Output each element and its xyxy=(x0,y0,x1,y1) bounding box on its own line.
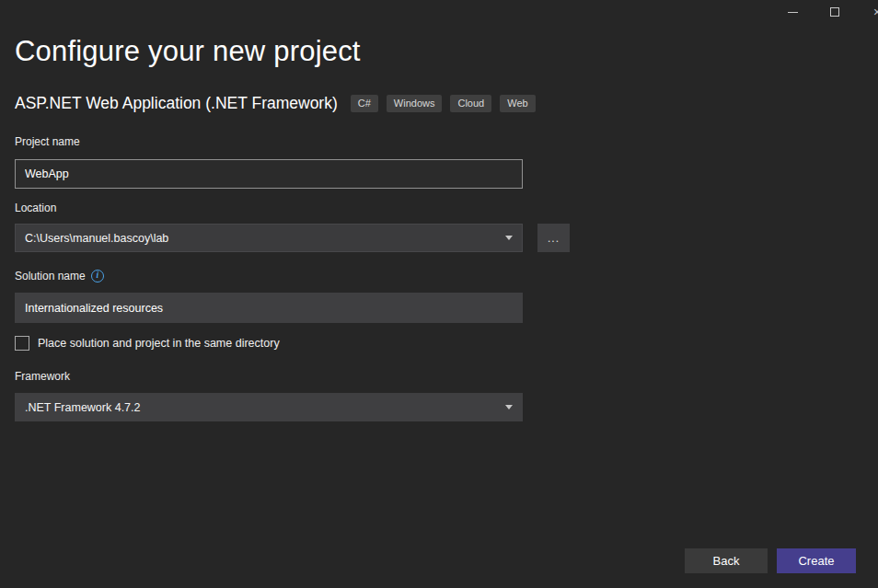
create-button[interactable]: Create xyxy=(777,548,856,573)
framework-combobox[interactable]: .NET Framework 4.7.2 xyxy=(15,393,523,421)
minimize-button[interactable] xyxy=(777,0,808,24)
same-directory-row: Place solution and project in the same d… xyxy=(15,336,280,351)
chevron-down-icon xyxy=(505,405,513,409)
solution-name-label: Solution name i xyxy=(15,270,104,282)
maximize-button[interactable] xyxy=(819,0,850,24)
tag-platform: Windows xyxy=(387,95,443,112)
template-summary: ASP.NET Web Application (.NET Framework)… xyxy=(15,94,536,113)
chevron-down-icon xyxy=(505,236,513,240)
tag-cloud: Cloud xyxy=(450,95,491,112)
same-directory-checkbox[interactable] xyxy=(15,336,29,351)
location-value: C:\Users\manuel.bascoy\lab xyxy=(25,232,498,245)
info-icon[interactable]: i xyxy=(91,270,104,282)
close-icon: × xyxy=(873,6,878,18)
back-button[interactable]: Back xyxy=(685,548,768,573)
location-combobox[interactable]: C:\Users\manuel.bascoy\lab xyxy=(15,224,523,252)
maximize-icon xyxy=(830,7,839,17)
tag-language: C# xyxy=(351,95,378,112)
close-button[interactable]: × xyxy=(861,0,878,24)
titlebar: × xyxy=(0,0,878,28)
project-name-input[interactable] xyxy=(15,159,523,189)
same-directory-label[interactable]: Place solution and project in the same d… xyxy=(38,337,280,350)
template-name: ASP.NET Web Application (.NET Framework) xyxy=(15,94,338,113)
framework-label: Framework xyxy=(15,370,70,383)
browse-button[interactable]: ... xyxy=(537,224,570,252)
project-name-label: Project name xyxy=(15,135,80,148)
framework-value: .NET Framework 4.7.2 xyxy=(25,401,498,414)
tag-web: Web xyxy=(500,95,535,112)
solution-name-input[interactable] xyxy=(15,293,523,323)
page-title: Configure your new project xyxy=(15,35,361,68)
location-label: Location xyxy=(15,202,56,214)
minimize-icon xyxy=(788,12,798,13)
solution-name-label-text: Solution name xyxy=(15,270,86,282)
